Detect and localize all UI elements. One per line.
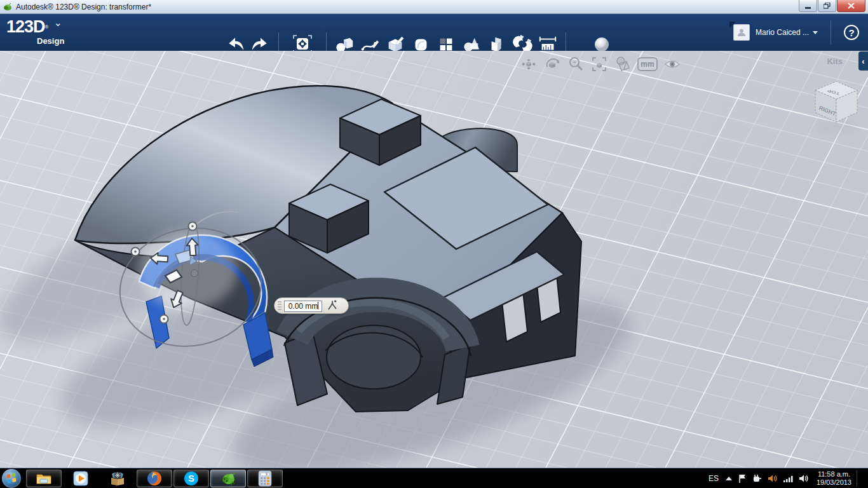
dimension-pill: [274, 297, 349, 314]
power-plug-icon[interactable]: [752, 473, 762, 484]
start-button[interactable]: [2, 469, 21, 488]
mini-gizmo-icon[interactable]: [326, 299, 339, 312]
fit-view-icon[interactable]: [590, 55, 608, 73]
hidden-icons-chevron[interactable]: [725, 475, 733, 482]
chevron-left-icon: ‹: [862, 57, 864, 66]
show-desktop-strip[interactable]: [862, 468, 865, 488]
units-button[interactable]: mm: [637, 57, 658, 71]
logo-chevron-icon: ⌄: [53, 17, 62, 28]
clock-time: 11:58 a.m.: [817, 470, 851, 478]
pill-grip[interactable]: [278, 301, 281, 310]
view-cube[interactable]: TOP RIGHT: [813, 81, 859, 133]
toolbar-separator: [831, 20, 831, 44]
user-area: Mario Caiced ... ?: [733, 14, 859, 51]
scene-canvas[interactable]: TOP RIGHT: [0, 51, 868, 468]
zoom-icon[interactable]: [567, 55, 585, 73]
restore-button[interactable]: [818, 0, 836, 12]
network-signal-icon[interactable]: [783, 474, 793, 483]
close-button[interactable]: [837, 0, 865, 12]
volume-speaker-icon[interactable]: [798, 473, 809, 484]
skype-glyph: S: [188, 473, 194, 484]
gizmo-center-ball[interactable]: [191, 270, 198, 277]
visibility-eye-icon[interactable]: [663, 55, 681, 73]
kits-label: Kits: [827, 57, 843, 66]
app-logo[interactable]: 123D®⌄ Design: [6, 17, 62, 37]
app-icon: [3, 3, 12, 11]
taskbar-media-player-button[interactable]: [63, 470, 98, 487]
app-toolbar: 123D®⌄ Design Mario Caiced ... ?: [0, 14, 868, 51]
kits-panel-toggle[interactable]: ‹: [858, 51, 868, 71]
action-center-flag-icon[interactable]: [738, 473, 747, 484]
help-button[interactable]: ?: [844, 25, 859, 40]
viewport-nav-bar: mm: [520, 55, 681, 73]
pan-icon[interactable]: [520, 55, 538, 73]
material-display-icon[interactable]: [614, 55, 632, 73]
minimize-button[interactable]: [799, 0, 817, 12]
language-indicator[interactable]: ES: [707, 474, 720, 483]
taskbar-calculator-button[interactable]: 0: [247, 470, 283, 487]
taskbar-firefox-button[interactable]: [137, 470, 172, 487]
taskbar-package-app-button[interactable]: [100, 470, 135, 487]
dimension-input[interactable]: [284, 301, 322, 312]
window-title: Autodesk® 123D® Design: transformer*: [16, 3, 151, 11]
user-name[interactable]: Mario Caiced ...: [756, 28, 809, 37]
user-menu-caret-icon[interactable]: [813, 31, 818, 34]
taskbar-123d-button[interactable]: [210, 470, 246, 487]
clock-date: 19/03/2013: [817, 478, 851, 487]
taskbar-clock[interactable]: 11:58 a.m. 19/03/2013: [817, 470, 857, 487]
taskbar-skype-button[interactable]: S: [173, 470, 209, 487]
system-tray: ES 11:58 a.m. 19/03/2013: [707, 468, 865, 488]
logo-subtext: Design: [37, 36, 64, 46]
window-titlebar: Autodesk® 123D® Design: transformer*: [0, 0, 868, 14]
orbit-icon[interactable]: [543, 55, 561, 73]
logo-text: 123D: [6, 17, 45, 36]
text-caret: [318, 302, 318, 309]
windows-taskbar: S 0 ES 11:58 a.m. 19/03/2013: [0, 468, 868, 488]
user-avatar[interactable]: [733, 24, 750, 41]
audio-manager-icon[interactable]: [767, 473, 778, 484]
taskbar-explorer-button[interactable]: [26, 470, 62, 487]
viewport-3d[interactable]: TOP RIGHT mm Kits ‹: [0, 51, 868, 468]
calc-display: 0: [266, 473, 268, 476]
